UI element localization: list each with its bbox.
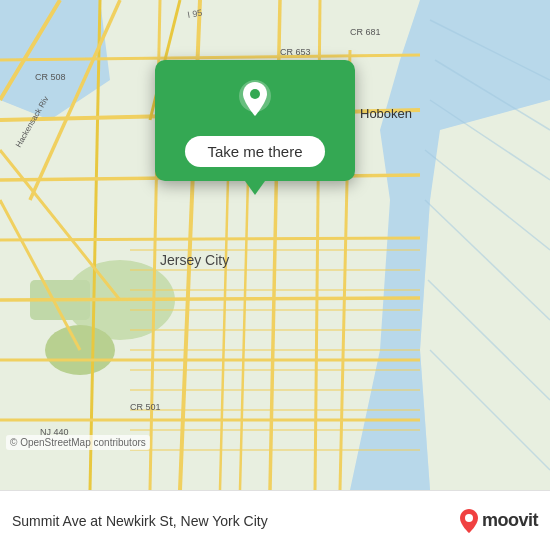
moovit-pin-icon xyxy=(458,508,480,534)
svg-text:CR 501: CR 501 xyxy=(130,402,161,412)
moovit-logo: moovit xyxy=(458,508,538,534)
take-me-there-button[interactable]: Take me there xyxy=(185,136,324,167)
svg-text:CR 508: CR 508 xyxy=(35,72,66,82)
moovit-brand-text: moovit xyxy=(482,510,538,531)
location-text: Summit Ave at Newkirk St, New York City xyxy=(12,513,458,529)
svg-line-18 xyxy=(0,238,420,240)
svg-text:CR 653: CR 653 xyxy=(280,47,311,57)
svg-text:Jersey City: Jersey City xyxy=(160,252,229,268)
svg-point-58 xyxy=(465,514,473,522)
map-container: I 95 CR 681 CR 653 Hackensack Riv CR 508… xyxy=(0,0,550,490)
copyright-text: © OpenStreetMap contributors xyxy=(6,435,150,450)
bottom-bar: Summit Ave at Newkirk St, New York City … xyxy=(0,490,550,550)
svg-point-57 xyxy=(250,89,260,99)
popup-card: Take me there xyxy=(155,60,355,181)
svg-line-19 xyxy=(0,298,420,300)
svg-text:Hoboken: Hoboken xyxy=(360,106,412,121)
svg-text:CR 681: CR 681 xyxy=(350,27,381,37)
location-pin-icon xyxy=(233,78,277,122)
